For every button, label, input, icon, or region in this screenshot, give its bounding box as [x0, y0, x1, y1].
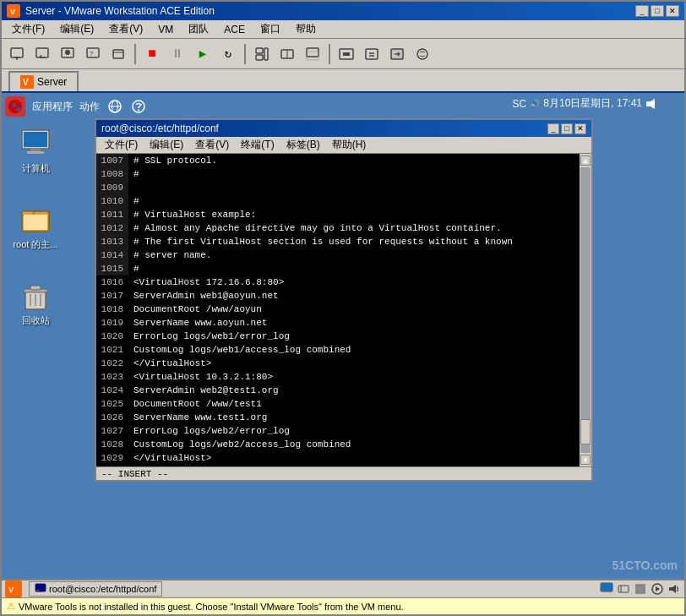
scroll-down[interactable]: ▼ — [580, 455, 591, 465]
toolbar-btn-2[interactable] — [30, 42, 54, 66]
toolbar-power-stop[interactable]: ■ — [140, 42, 164, 66]
terminal-window: root@cisco:/etc/httpd/conf _ □ ✕ 文件(F) 编… — [95, 118, 593, 482]
toolbar-btn-12[interactable] — [411, 42, 434, 66]
menu-team[interactable]: 团队 — [182, 20, 215, 38]
code-line: # SSL protocol. — [128, 154, 580, 167]
svg-marker-66 — [672, 585, 676, 593]
line-number: 1010 — [96, 194, 128, 208]
taskbar-terminal-item[interactable]: _ root@cisco:/etc/httpd/conf — [29, 581, 162, 597]
svg-rect-40 — [30, 149, 41, 151]
scroll-up[interactable]: ▲ — [580, 155, 591, 166]
app-actions-label[interactable]: 动作 — [79, 100, 100, 114]
app-icon-globe[interactable] — [106, 98, 123, 115]
menu-ace[interactable]: ACE — [217, 22, 252, 37]
svg-text:?: ? — [90, 50, 94, 57]
line-number: 1007 — [96, 154, 128, 167]
line-number: 1025 — [96, 397, 128, 411]
menu-vm[interactable]: VM — [151, 22, 180, 37]
menu-edit[interactable]: 编辑(E) — [53, 20, 101, 38]
vmware-menubar: 文件(F) 编辑(E) 查看(V) VM 团队 ACE 窗口 帮助 — [2, 20, 684, 39]
minimize-button[interactable]: _ — [635, 5, 649, 17]
toolbar-btn-11[interactable] — [385, 42, 409, 66]
svg-rect-60 — [640, 584, 645, 589]
terminal-maximize[interactable]: □ — [561, 123, 573, 134]
toolbar-btn-9[interactable] — [335, 42, 358, 66]
toolbar-btn-7[interactable] — [275, 42, 299, 66]
table-row: 1018 DocumentRoot /www/aoyun — [96, 303, 580, 316]
close-button[interactable]: ✕ — [666, 5, 679, 17]
toolbar-btn-10[interactable] — [360, 42, 384, 66]
toolbar-btn-3[interactable] — [56, 42, 79, 66]
svg-marker-64 — [656, 586, 660, 591]
tmenu-help[interactable]: 帮助(H) — [327, 137, 372, 153]
code-line: # VirtualHost example: — [128, 208, 580, 221]
toolbar-separator-2 — [244, 44, 246, 64]
desktop-icon-computer[interactable]: 计算机 — [8, 127, 63, 175]
taskbar-icon-2[interactable] — [617, 582, 630, 596]
menu-windows[interactable]: 窗口 — [253, 20, 287, 38]
terminal-close[interactable]: ✕ — [574, 123, 586, 134]
taskbar-icon-speaker[interactable] — [667, 582, 681, 596]
code-line: <VirtualHost 10.3.2.1:80> — [128, 370, 580, 384]
tmenu-view[interactable]: 查看(V) — [190, 137, 234, 153]
svg-rect-22 — [366, 49, 378, 59]
code-line: CustomLog logs/web1/access_log combined — [128, 343, 580, 357]
toolbar-power-pause[interactable]: ⏸ — [166, 42, 189, 66]
scrollbar-thumb[interactable] — [580, 419, 591, 444]
desktop-icon-trash[interactable]: 回收站 — [8, 279, 63, 327]
vmware-title: Server - VMware Workstation ACE Edition — [25, 5, 215, 17]
table-row: 1014# server name. — [96, 248, 580, 262]
terminal-scrollbar[interactable]: ▲ ▼ — [580, 154, 591, 466]
app-programs-label[interactable]: 应用程序 — [32, 100, 73, 114]
toolbar-separator-1 — [134, 44, 136, 64]
table-row: 1021 CustomLog logs/web1/access_log comb… — [96, 343, 580, 357]
taskbar-icon-4[interactable] — [651, 582, 664, 596]
table-row: 1023<VirtualHost 10.3.2.1:80> — [96, 370, 580, 384]
taskbar-icon-1[interactable] — [600, 582, 613, 596]
server-tab-item[interactable]: V Server — [8, 71, 79, 91]
speaker-icon — [645, 97, 659, 111]
table-row: 1008# — [96, 167, 580, 181]
line-number: 1019 — [96, 316, 128, 330]
app-icon-help[interactable] — [130, 98, 147, 115]
table-row: 1024 ServerAdmin web2@test1.org — [96, 384, 580, 397]
table-row: 1007# SSL protocol. — [96, 154, 580, 167]
tmenu-terminal[interactable]: 终端(T) — [236, 137, 279, 153]
toolbar-power-play[interactable]: ▶ — [191, 42, 215, 66]
line-number: 1023 — [96, 370, 128, 384]
terminal-minimize[interactable]: _ — [547, 123, 559, 134]
svg-rect-56 — [601, 583, 612, 591]
app-top-bar: 🐾 应用程序 动作 — [5, 96, 147, 117]
scrollbar-track[interactable] — [580, 167, 591, 453]
taskbar-icon-3[interactable] — [634, 582, 647, 596]
menu-view[interactable]: 查看(V) — [102, 20, 150, 38]
taskbar-vm-icon: V — [5, 581, 22, 597]
root-label: root 的主... — [13, 238, 57, 251]
svg-rect-36 — [646, 101, 651, 106]
tmenu-edit[interactable]: 编辑(E) — [144, 137, 188, 153]
line-number: 1028 — [96, 438, 128, 451]
menu-help[interactable]: 帮助 — [289, 20, 323, 38]
toolbar-btn-8[interactable] — [301, 42, 324, 66]
maximize-button[interactable]: □ — [651, 5, 664, 17]
vmware-window: V Server - VMware Workstation ACE Editio… — [0, 0, 686, 616]
menu-file[interactable]: 文件(F) — [5, 20, 52, 38]
code-line: ServerName www.test1.org — [128, 411, 580, 424]
table-row: 1017 ServerAdmin web1@aoyun.net — [96, 289, 580, 303]
toolbar-btn-5[interactable] — [106, 42, 130, 66]
svg-rect-61 — [635, 589, 640, 594]
code-line: ServerName www.aoyun.net — [128, 316, 580, 330]
toolbar-btn-4[interactable]: ? — [81, 42, 105, 66]
table-row: 1013# The first VirtualHost section is u… — [96, 235, 580, 248]
desktop-icon-root[interactable]: root 的主... — [8, 203, 63, 251]
code-line: DocumentRoot /www/aoyun — [128, 303, 580, 316]
svg-rect-41 — [27, 151, 44, 154]
tmenu-file[interactable]: 文件(F) — [100, 137, 143, 153]
tmenu-tabs[interactable]: 标签(B) — [281, 137, 325, 153]
terminal-content-area[interactable]: 1007# SSL protocol.1008#10091010#1011# V… — [96, 154, 591, 466]
toolbar-btn-6[interactable] — [250, 42, 274, 66]
toolbar-power-refresh[interactable]: ↻ — [216, 42, 240, 66]
svg-text:V: V — [23, 78, 29, 87]
taskbar-label: root@cisco:/etc/httpd/conf — [49, 584, 156, 594]
toolbar-btn-1[interactable] — [5, 42, 29, 66]
